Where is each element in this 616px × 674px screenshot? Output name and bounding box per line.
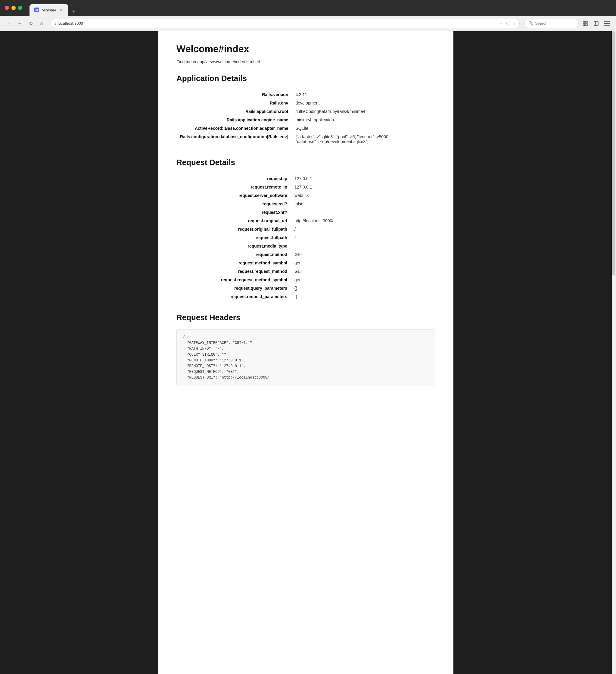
detail-value: 4.2.11 xyxy=(292,90,436,99)
content-area: Welcome#index Find me in app/views/welco… xyxy=(0,31,616,674)
table-row: Rails.envdevelopment xyxy=(176,99,436,107)
page-title: Welcome#index xyxy=(176,43,436,54)
table-row: request.server_softwarewebrick xyxy=(176,191,436,200)
detail-key: request.method_symbol xyxy=(176,259,291,267)
close-button[interactable] xyxy=(5,6,9,10)
request-headers-title: Request Headers xyxy=(176,313,436,322)
detail-value: / xyxy=(291,233,436,242)
detail-key: request.remote_ip xyxy=(176,183,291,191)
detail-value xyxy=(291,208,436,217)
table-row: request.xhr? xyxy=(176,208,436,217)
detail-value: {} xyxy=(291,284,436,293)
detail-key: Rails.version xyxy=(176,90,292,99)
detail-key: request.request_method xyxy=(176,267,291,275)
detail-value: http://localhost:3000/ xyxy=(291,217,436,225)
search-icon: 🔍 xyxy=(528,21,533,26)
table-row: Rails.configuration.database_configurati… xyxy=(176,132,436,146)
tab-bar: M Minime4 ✕ + xyxy=(26,0,611,16)
page-subtitle: Find me in app/views/welcome/index.html.… xyxy=(176,59,436,64)
table-row: request.request_method_symbolget xyxy=(176,275,436,284)
svg-rect-2 xyxy=(585,21,587,23)
request-headers-code: { "GATEWAY_INTERFACE": "CGI/1.1", "PATH_… xyxy=(176,329,436,386)
request-details-title: Request Details xyxy=(176,158,436,167)
back-button[interactable]: ← xyxy=(5,19,13,28)
detail-key: request.ip xyxy=(176,175,291,183)
detail-value: /LittleCodingKata/ruby/rails4/minime4 xyxy=(292,107,436,116)
detail-value: / xyxy=(291,225,436,233)
new-tab-button[interactable]: + xyxy=(70,7,78,16)
detail-value: get xyxy=(291,275,436,284)
table-row: request.original_fullpath/ xyxy=(176,225,436,233)
address-bar[interactable]: ℹ localhost:3000 ··· 🛡 ☆ xyxy=(50,19,520,28)
tab-close-button[interactable]: ✕ xyxy=(59,8,64,12)
detail-value xyxy=(291,242,436,250)
detail-key: ActiveRecord::Base.connection.adapter_na… xyxy=(176,124,292,132)
page-content: Welcome#index Find me in app/views/welco… xyxy=(158,31,454,674)
detail-key: Rails.application.engine_name xyxy=(176,116,292,124)
table-row: request.query_parameters{} xyxy=(176,284,436,293)
table-row: Rails.application.engine_nameminime4_app… xyxy=(176,116,436,124)
request-details-table: request.ip127.0.0.1request.remote_ip127.… xyxy=(176,175,436,301)
table-row: request.method_symbolget xyxy=(176,259,436,267)
detail-value: webrick xyxy=(291,191,436,200)
detail-value: {"adapter"=>"sqlite3", "pool"=>5, "timeo… xyxy=(292,132,436,146)
traffic-lights xyxy=(5,6,22,10)
detail-value: 127.0.0.1 xyxy=(291,175,436,183)
titlebar: M Minime4 ✕ + xyxy=(0,0,616,16)
shield-icon: 🛡 xyxy=(506,21,510,26)
svg-rect-1 xyxy=(583,24,585,26)
table-row: request.ssl?false xyxy=(176,200,436,208)
collections-button[interactable] xyxy=(581,19,590,28)
detail-key: request.xhr? xyxy=(176,208,291,217)
detail-value: {} xyxy=(291,293,436,301)
sidebar-button[interactable] xyxy=(592,19,600,28)
search-placeholder: Search xyxy=(535,21,547,26)
detail-key: Rails.env xyxy=(176,99,292,107)
detail-value: GET xyxy=(291,267,436,275)
reload-button[interactable]: ↻ xyxy=(26,19,35,28)
detail-key: request.query_parameters xyxy=(176,284,291,293)
table-row: request.fullpath/ xyxy=(176,233,436,242)
table-row: Rails.version4.2.11 xyxy=(176,90,436,99)
detail-key: request.request_parameters xyxy=(176,293,291,301)
search-bar[interactable]: 🔍 Search xyxy=(524,19,579,28)
table-row: request.media_type xyxy=(176,242,436,250)
svg-rect-0 xyxy=(583,21,585,23)
minimize-button[interactable] xyxy=(11,6,16,10)
table-row: request.request_parameters{} xyxy=(176,293,436,301)
url-display: localhost:3000 xyxy=(58,21,498,26)
maximize-button[interactable] xyxy=(18,6,22,10)
home-button[interactable]: ⌂ xyxy=(37,19,46,28)
detail-key: request.server_software xyxy=(176,191,291,200)
detail-key: request.ssl? xyxy=(176,200,291,208)
detail-value: development xyxy=(292,99,436,107)
dots-icon: ··· xyxy=(500,21,503,26)
svg-rect-3 xyxy=(585,23,587,26)
detail-value: false xyxy=(291,200,436,208)
detail-value: SQLite xyxy=(292,124,436,132)
detail-value: minime4_application xyxy=(292,116,436,124)
detail-key: request.method xyxy=(176,250,291,259)
detail-key: Rails.configuration.database_configurati… xyxy=(176,132,292,146)
svg-rect-4 xyxy=(594,21,598,26)
menu-button[interactable] xyxy=(603,19,611,28)
table-row: request.ip127.0.0.1 xyxy=(176,175,436,183)
forward-button[interactable]: → xyxy=(16,19,24,28)
active-tab[interactable]: M Minime4 ✕ xyxy=(29,4,68,16)
detail-key: request.original_url xyxy=(176,217,291,225)
detail-key: request.original_fullpath xyxy=(176,225,291,233)
scrollbar-track[interactable] xyxy=(612,31,616,674)
table-row: request.remote_ip127.0.0.1 xyxy=(176,183,436,191)
scrollbar-thumb[interactable] xyxy=(612,31,615,275)
toolbar-icons xyxy=(581,19,611,28)
detail-value: 127.0.0.1 xyxy=(291,183,436,191)
app-details-title: Application Details xyxy=(176,74,436,83)
table-row: request.request_methodGET xyxy=(176,267,436,275)
detail-key: Rails.application.root xyxy=(176,107,292,116)
toolbar: ← → ↻ ⌂ ℹ localhost:3000 ··· 🛡 ☆ 🔍 Searc… xyxy=(0,16,616,31)
table-row: Rails.application.root/LittleCodingKata/… xyxy=(176,107,436,116)
star-icon[interactable]: ☆ xyxy=(512,21,516,26)
detail-key: request.fullpath xyxy=(176,233,291,242)
info-icon: ℹ xyxy=(54,21,56,26)
table-row: request.original_urlhttp://localhost:300… xyxy=(176,217,436,225)
